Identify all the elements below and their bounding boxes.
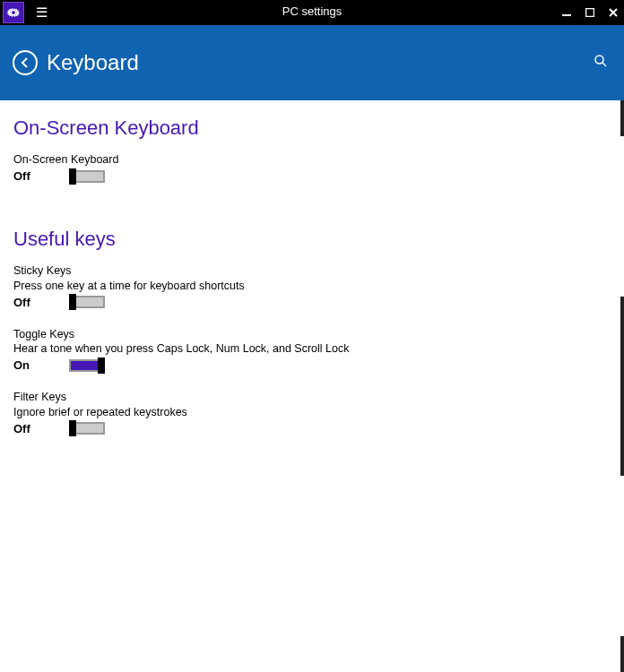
scrollbar-segment bbox=[620, 297, 624, 476]
setting-label: Filter Keys bbox=[13, 390, 611, 404]
scrollbar-segment bbox=[620, 100, 624, 136]
setting-toggle-keys: Toggle Keys Hear a tone when you press C… bbox=[13, 327, 611, 373]
setting-filter-keys: Filter Keys Ignore brief or repeated key… bbox=[13, 390, 611, 435]
toggle-state-label: On bbox=[13, 358, 69, 372]
svg-point-2 bbox=[595, 56, 603, 64]
setting-onscreen-keyboard: On-Screen Keyboard Off bbox=[13, 152, 611, 183]
window-title: PC settings bbox=[282, 4, 342, 18]
close-button[interactable] bbox=[606, 4, 620, 22]
toggle-row: Off bbox=[13, 169, 611, 183]
maximize-button[interactable] bbox=[583, 4, 597, 22]
section-onscreen-title: On-Screen Keyboard bbox=[13, 116, 611, 140]
toggle-handle bbox=[69, 420, 76, 436]
setting-desc: Hear a tone when you press Caps Lock, Nu… bbox=[13, 341, 611, 356]
setting-label: On-Screen Keyboard bbox=[13, 152, 611, 167]
scrollbar[interactable] bbox=[620, 100, 624, 672]
onscreen-keyboard-toggle[interactable] bbox=[69, 170, 105, 183]
page-header: Keyboard bbox=[0, 25, 624, 100]
setting-sticky-keys: Sticky Keys Press one key at a time for … bbox=[13, 263, 611, 309]
scrollbar-segment bbox=[620, 636, 624, 672]
toggle-row: Off bbox=[13, 422, 611, 435]
toggle-state-label: Off bbox=[13, 422, 69, 435]
setting-label: Toggle Keys bbox=[13, 327, 611, 341]
toggle-row: On bbox=[13, 358, 611, 372]
svg-rect-1 bbox=[586, 8, 594, 16]
titlebar: ☰ PC settings bbox=[0, 0, 624, 25]
menu-icon[interactable]: ☰ bbox=[27, 4, 56, 21]
toggle-handle bbox=[69, 168, 76, 185]
toggle-handle bbox=[69, 294, 76, 310]
toggle-row: Off bbox=[13, 296, 611, 309]
toggle-state-label: Off bbox=[13, 169, 69, 183]
page-title: Keyboard bbox=[47, 50, 139, 75]
setting-label: Sticky Keys bbox=[13, 263, 611, 278]
search-icon[interactable] bbox=[594, 54, 608, 72]
section-useful-title: Useful keys bbox=[13, 228, 611, 251]
svg-rect-0 bbox=[562, 14, 571, 16]
filter-keys-toggle[interactable] bbox=[69, 422, 105, 435]
setting-desc: Press one key at a time for keyboard sho… bbox=[13, 279, 611, 293]
content-area: On-Screen Keyboard On-Screen Keyboard Of… bbox=[0, 100, 624, 470]
minimize-button[interactable] bbox=[559, 4, 574, 22]
setting-desc: Ignore brief or repeated keystrokes bbox=[13, 405, 611, 419]
toggle-keys-toggle[interactable] bbox=[69, 359, 105, 372]
back-button[interactable] bbox=[13, 50, 38, 75]
sticky-keys-toggle[interactable] bbox=[69, 296, 105, 308]
svg-line-3 bbox=[602, 63, 606, 66]
toggle-state-label: Off bbox=[13, 296, 69, 309]
app-icon bbox=[3, 2, 24, 23]
toggle-handle bbox=[98, 358, 105, 374]
window-controls bbox=[559, 0, 620, 25]
